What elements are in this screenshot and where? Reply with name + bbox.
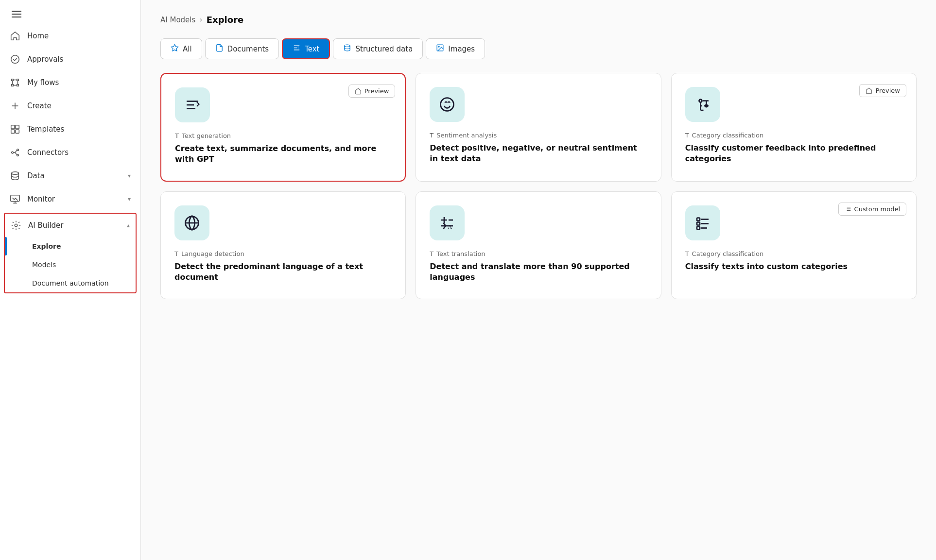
card-type: T Category classification	[685, 132, 902, 139]
card-category-classification-2[interactable]: Custom model T Category classification C…	[671, 191, 917, 299]
breadcrumb-current: Explore	[207, 15, 243, 25]
create-icon	[10, 101, 20, 111]
card-type-label: Category classification	[692, 132, 764, 139]
svg-point-21	[441, 98, 454, 111]
sidebar-item-home[interactable]: Home	[0, 24, 140, 48]
card-type: T Sentiment analysis	[430, 132, 647, 139]
card-icon-wrap: A	[430, 205, 465, 240]
sidebar-header	[0, 0, 140, 24]
sidebar-item-label: Data	[27, 171, 45, 180]
card-title: Create text, summarize documents, and mo…	[175, 143, 391, 165]
home-icon	[10, 31, 20, 41]
svg-point-22	[699, 100, 702, 102]
svg-text:A: A	[448, 223, 452, 230]
svg-rect-6	[16, 130, 19, 133]
star-icon	[171, 44, 179, 54]
ai-builder-icon	[11, 220, 21, 231]
sidebar-item-label: AI Builder	[28, 221, 64, 230]
card-icon-wrap	[685, 205, 720, 240]
svg-point-12	[15, 224, 17, 227]
card-type-label: Category classification	[692, 250, 764, 257]
sidebar-subitem-document-automation[interactable]: Document automation	[5, 274, 136, 292]
tab-images[interactable]: Images	[426, 38, 485, 59]
svg-point-15	[345, 45, 350, 47]
main-content: AI Models › Explore All Documents T Text	[141, 0, 936, 560]
monitor-icon	[10, 194, 20, 204]
type-text-icon: T	[174, 250, 178, 257]
svg-point-7	[12, 152, 14, 153]
svg-marker-13	[171, 44, 178, 51]
sidebar-item-monitor[interactable]: Monitor ▾	[0, 187, 140, 211]
card-title: Classify customer feedback into predefin…	[685, 143, 902, 165]
card-title: Detect positive, negative, or neutral se…	[430, 143, 647, 165]
tab-documents[interactable]: Documents	[205, 38, 279, 59]
document-icon	[215, 44, 224, 54]
card-icon-wrap	[175, 87, 210, 122]
breadcrumb-parent[interactable]: AI Models	[160, 16, 195, 24]
svg-point-0	[11, 55, 19, 64]
card-text-generation[interactable]: Preview T Text generation Create text, s…	[160, 73, 406, 182]
sidebar-item-myflows[interactable]: My flows	[0, 71, 140, 94]
card-sentiment-analysis[interactable]: T Sentiment analysis Detect positive, ne…	[416, 73, 661, 182]
sidebar-item-label: Templates	[27, 125, 64, 134]
tab-label: Structured data	[355, 45, 413, 53]
sidebar-item-data[interactable]: Data ▾	[0, 164, 140, 187]
card-type-label: Sentiment analysis	[436, 132, 497, 139]
card-title: Detect and translate more than 90 suppor…	[430, 261, 647, 283]
sidebar-item-label: Create	[27, 102, 52, 110]
card-type: T Category classification	[685, 250, 902, 257]
badge-label: Preview	[875, 87, 900, 94]
card-type-label: Language detection	[181, 250, 244, 257]
svg-rect-31	[697, 226, 700, 229]
chevron-up-icon: ▴	[127, 222, 130, 229]
sidebar-subitem-label: Explore	[32, 242, 61, 250]
sidebar-subitem-label: Document automation	[32, 279, 109, 287]
card-custom-model-badge: Custom model	[838, 203, 906, 216]
svg-rect-27	[697, 218, 700, 221]
card-icon-wrap	[685, 87, 720, 122]
type-text-icon: T	[430, 132, 433, 139]
sidebar-item-label: Home	[27, 32, 49, 40]
card-preview-badge: Preview	[348, 85, 396, 98]
flows-icon	[10, 77, 20, 88]
sidebar-item-connectors[interactable]: Connectors	[0, 141, 140, 164]
tab-all[interactable]: All	[160, 38, 202, 59]
card-type-label: Text translation	[436, 250, 485, 257]
card-category-classification-1[interactable]: Preview T Category classification Classi…	[671, 73, 917, 182]
card-icon-wrap	[430, 87, 465, 122]
chevron-down-icon: ▾	[128, 172, 131, 179]
database-icon	[343, 44, 351, 54]
text-icon: T	[293, 44, 301, 54]
badge-label: Preview	[364, 87, 389, 95]
connectors-icon	[10, 147, 20, 158]
card-title: Detect the predominant language of a tex…	[174, 261, 392, 283]
ai-builder-section: AI Builder ▴ Explore Models Document aut…	[4, 213, 137, 293]
sidebar-subitem-models[interactable]: Models	[5, 255, 136, 274]
type-text-icon: T	[175, 132, 179, 139]
sidebar-item-aibuilder[interactable]: AI Builder ▴	[5, 214, 136, 237]
card-language-detection[interactable]: T Language detection Detect the predomin…	[160, 191, 406, 299]
sidebar-item-templates[interactable]: Templates	[0, 118, 140, 141]
type-text-icon: T	[685, 132, 689, 139]
tab-label: Text	[305, 45, 319, 53]
sidebar-item-approvals[interactable]: Approvals	[0, 48, 140, 71]
svg-point-17	[438, 46, 439, 47]
sidebar-subitem-explore[interactable]: Explore	[5, 237, 136, 255]
tab-label: Documents	[227, 45, 269, 53]
sidebar-item-create[interactable]: Create	[0, 94, 140, 118]
tabs-bar: All Documents T Text Structured data	[160, 38, 917, 59]
sidebar-item-label: Monitor	[27, 195, 55, 204]
tab-text[interactable]: T Text	[282, 38, 330, 59]
card-text-translation[interactable]: A T Text translation Detect and translat…	[416, 191, 661, 299]
card-preview-badge: Preview	[859, 84, 906, 97]
hamburger-menu[interactable]	[10, 9, 131, 19]
sidebar: Home Approvals My flows Create Templates…	[0, 0, 141, 560]
card-type: T Text translation	[430, 250, 647, 257]
tab-structured-data[interactable]: Structured data	[333, 38, 423, 59]
tab-label: All	[183, 45, 192, 53]
cards-grid: Preview T Text generation Create text, s…	[160, 73, 917, 299]
badge-label: Custom model	[854, 205, 900, 213]
approvals-icon	[10, 54, 20, 65]
data-icon	[10, 170, 20, 181]
image-icon	[436, 44, 444, 54]
